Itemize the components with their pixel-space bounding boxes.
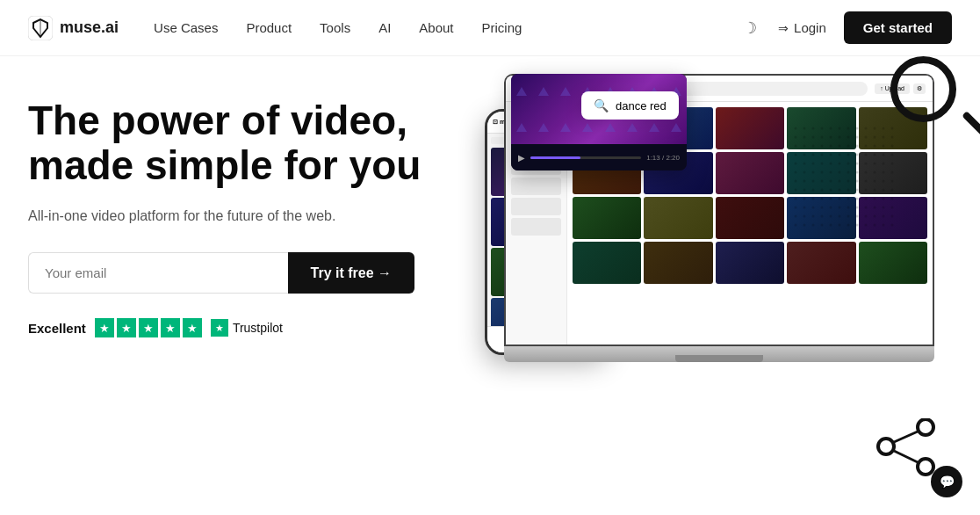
logo-icon <box>28 16 53 40</box>
video-thumb-8[interactable] <box>716 152 784 194</box>
email-form: Try it free → <box>28 252 414 294</box>
nav-pricing[interactable]: Pricing <box>482 20 522 35</box>
video-player-card: ▶ 1:13 / 2:20 <box>511 74 687 170</box>
try-free-button[interactable]: Try it free → <box>288 252 414 294</box>
search-popup-text: dance red <box>616 99 667 112</box>
nav-right: ☽ ⇒ Login Get started <box>739 11 952 44</box>
video-thumb-19[interactable] <box>787 242 855 284</box>
sidebar-item-4[interactable] <box>511 198 561 215</box>
logo-text: muse.ai <box>60 18 119 37</box>
search-popup-icon: 🔍 <box>594 98 609 112</box>
hero-right: ▶ 1:13 / 2:20 🔍 dance red ⊡ muse.ai <box>467 56 952 515</box>
chat-button[interactable]: 💬 <box>931 466 962 497</box>
svg-point-5 <box>878 439 894 454</box>
svg-point-3 <box>918 419 933 435</box>
nav-tools[interactable]: Tools <box>320 20 350 35</box>
share-icon <box>873 418 943 480</box>
video-thumb-3[interactable] <box>716 107 784 149</box>
video-thumb-13[interactable] <box>716 197 784 239</box>
svg-line-6 <box>894 432 918 442</box>
search-popup: 🔍 dance red <box>581 91 679 120</box>
video-thumb-16[interactable] <box>573 242 641 284</box>
star-4: ★ <box>161 318 180 337</box>
magnifier-circle <box>890 56 956 122</box>
video-thumb-17[interactable] <box>644 242 712 284</box>
star-1: ★ <box>95 318 114 337</box>
tp-star-icon: ★ <box>211 319 228 337</box>
trustpilot-name: Trustpilot <box>233 321 283 335</box>
sidebar-item-3[interactable] <box>511 178 561 195</box>
play-icon[interactable]: ▶ <box>518 153 525 163</box>
main-content: The power of video, made simple for you … <box>0 56 980 515</box>
time-progress <box>530 156 580 159</box>
dots-pattern <box>794 127 899 232</box>
magnifier-icon <box>890 56 978 144</box>
trustpilot-stars: ★ ★ ★ ★ ★ <box>95 318 202 337</box>
video-thumb-18[interactable] <box>716 242 784 284</box>
hero-subtitle: All-in-one video platform for the future… <box>28 208 432 224</box>
time-text: 1:13 / 2:20 <box>646 154 680 162</box>
login-arrow-icon: ⇒ <box>778 21 789 35</box>
nav-ai[interactable]: AI <box>378 20 391 35</box>
get-started-button[interactable]: Get started <box>844 11 952 44</box>
trustpilot-row: Excellent ★ ★ ★ ★ ★ ★ Trustpilot <box>28 318 432 337</box>
star-2: ★ <box>117 318 136 337</box>
video-thumb-12[interactable] <box>644 197 712 239</box>
svg-line-7 <box>894 451 918 462</box>
sidebar-item-5[interactable] <box>511 218 561 236</box>
hero-title: The power of video, made simple for you <box>28 98 432 187</box>
trustpilot-label: Excellent <box>28 321 86 336</box>
hero-left: The power of video, made simple for you … <box>28 56 432 515</box>
dark-mode-button[interactable]: ☽ <box>739 15 760 41</box>
moon-icon: ☽ <box>743 19 757 37</box>
star-5: ★ <box>183 318 202 337</box>
video-thumb-11[interactable] <box>573 197 641 239</box>
time-bar <box>530 156 641 159</box>
video-thumb-20[interactable] <box>859 242 927 284</box>
magnifier-handle <box>962 111 980 137</box>
laptop-base <box>504 346 934 362</box>
nav-use-cases[interactable]: Use Cases <box>154 20 218 35</box>
video-player-controls: ▶ 1:13 / 2:20 <box>511 144 687 170</box>
logo[interactable]: muse.ai <box>28 16 119 40</box>
trustpilot-logo: ★ Trustpilot <box>211 319 283 337</box>
chat-icon: 💬 <box>940 475 955 489</box>
login-label: Login <box>794 20 826 35</box>
svg-point-4 <box>918 459 933 475</box>
svg-rect-2 <box>794 127 899 232</box>
nav-links: Use Cases Product Tools AI About Pricing <box>154 20 739 35</box>
star-3: ★ <box>139 318 158 337</box>
login-button[interactable]: ⇒ Login <box>778 20 826 35</box>
navbar: muse.ai Use Cases Product Tools AI About… <box>0 0 980 56</box>
nav-about[interactable]: About <box>419 20 453 35</box>
nav-product[interactable]: Product <box>246 20 292 35</box>
email-input[interactable] <box>28 252 288 294</box>
